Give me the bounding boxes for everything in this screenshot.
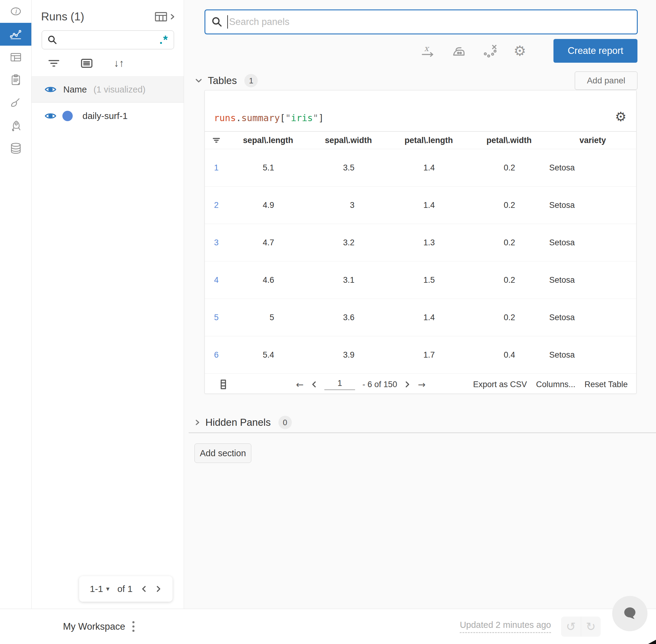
hidden-panels-title[interactable]: Hidden Panels [205, 417, 271, 428]
row-filter-button[interactable] [205, 137, 228, 144]
workspace-main: Search panels x ⚙ Create repor [184, 0, 656, 609]
rail-item-workspace[interactable] [0, 23, 31, 46]
gear-icon: ⚙ [615, 109, 627, 124]
runs-table-icon[interactable] [155, 10, 168, 23]
row-index-link[interactable]: 6 [205, 350, 228, 360]
runs-sidebar: Runs (1) .* [32, 0, 184, 609]
column-header[interactable]: sepal\.length [228, 136, 308, 145]
undo-redo-group: ↺ ↻ [561, 617, 601, 637]
table-footer: ← 1 - 6 of 150 → Export as CSV Columns..… [205, 374, 636, 395]
column-header[interactable]: petal\.length [389, 136, 469, 145]
rail-item-overview[interactable]: i [0, 0, 31, 23]
add-panel-button[interactable]: Add panel [575, 71, 637, 90]
tables-section-title[interactable]: Tables [208, 75, 237, 87]
rail-item-sweeps[interactable] [0, 91, 31, 114]
help-chat-button[interactable] [612, 596, 648, 631]
dropdown-caret-icon[interactable]: ▾ [106, 585, 110, 593]
create-report-button[interactable]: Create report [554, 39, 637, 63]
undo-button[interactable]: ↺ [561, 617, 581, 637]
cell: Setosa [549, 201, 636, 210]
page-number-input[interactable]: 1 [324, 378, 355, 390]
cell: 0.2 [469, 163, 549, 172]
database-icon [9, 141, 23, 156]
run-list-item[interactable]: daily-surf-1 [32, 102, 184, 129]
chevron-down-icon[interactable] [194, 77, 203, 84]
next-page-icon[interactable] [155, 585, 162, 593]
chevron-right-icon[interactable] [194, 418, 201, 427]
sort-runs-button[interactable]: ↓↑ [114, 57, 124, 69]
cell: 5.1 [228, 163, 308, 172]
x-axis-settings-button[interactable]: x [421, 44, 435, 58]
smoothing-button[interactable] [451, 44, 466, 58]
regex-toggle-icon[interactable]: .* [160, 35, 168, 44]
table-row: 1 5.1 3.5 1.4 0.2 Setosa [205, 149, 636, 187]
cell: 1.5 [389, 275, 469, 285]
cell: 3.5 [308, 163, 389, 172]
prev-page-icon[interactable] [141, 585, 147, 593]
cell: 0.4 [469, 350, 549, 360]
columns-button[interactable]: Columns... [536, 380, 576, 389]
row-index-link[interactable]: 1 [205, 163, 228, 172]
column-header[interactable]: sepal\.width [308, 136, 389, 145]
reset-table-button[interactable]: Reset Table [585, 380, 628, 389]
gear-icon: ⚙ [514, 44, 526, 58]
columns-settings-button[interactable] [81, 59, 93, 68]
updated-timestamp[interactable]: Updated 2 minutes ago [460, 620, 551, 633]
eye-visibility-icon[interactable] [44, 112, 56, 120]
scatter-outlier-icon [483, 44, 497, 58]
redo-button[interactable]: ↻ [581, 617, 601, 637]
eye-visibility-icon[interactable] [44, 85, 56, 94]
name-column-label[interactable]: Name [63, 85, 87, 95]
cell: 4.6 [228, 275, 308, 285]
filter-runs-button[interactable] [48, 59, 60, 68]
table-row: 4 4.6 3.1 1.5 0.2 Setosa [205, 261, 636, 299]
runs-search-input[interactable] [62, 35, 160, 45]
rail-item-launch[interactable] [0, 114, 31, 137]
filter-icon [48, 59, 60, 68]
rail-item-logs[interactable] [0, 68, 31, 91]
prev-page-icon[interactable] [311, 381, 317, 388]
workspace-name[interactable]: My Workspace [63, 621, 125, 632]
row-index-link[interactable]: 4 [205, 275, 228, 285]
svg-text:x: x [424, 44, 430, 53]
export-csv-button[interactable]: Export as CSV [473, 380, 527, 389]
column-header[interactable]: petal\.width [469, 136, 549, 145]
runs-toolbar: ↓↑ [32, 49, 184, 76]
workspace-settings-button[interactable]: ⚙ [514, 44, 526, 58]
panel-title-code: runs.summary["iris"] [214, 113, 324, 123]
outliers-button[interactable] [483, 44, 497, 58]
row-index-link[interactable]: 5 [205, 313, 228, 322]
search-panels-box[interactable]: Search panels [205, 9, 638, 34]
row-height-icon[interactable] [220, 380, 226, 389]
run-name[interactable]: daily-surf-1 [83, 111, 127, 121]
cell: 5 [228, 313, 308, 322]
row-index-link[interactable]: 2 [205, 201, 228, 210]
page-range-dropdown[interactable]: 1-1 [90, 584, 103, 594]
run-color-dot [62, 111, 73, 121]
workspace-menu-button[interactable] [132, 621, 135, 632]
undo-icon: ↺ [566, 620, 576, 634]
table-row: 3 4.7 3.2 1.3 0.2 Setosa [205, 224, 636, 261]
runs-search-box[interactable]: .* [42, 30, 174, 49]
tables-count-badge: 1 [244, 74, 258, 87]
line-chart-icon [9, 27, 23, 41]
cell: Setosa [549, 163, 636, 172]
rail-item-panels[interactable] [0, 46, 31, 68]
column-header[interactable]: variety [549, 136, 636, 145]
cell: 1.7 [389, 350, 469, 360]
cell: 3 [308, 201, 389, 210]
expand-runs-chevron-icon[interactable] [169, 12, 176, 21]
left-rail: i [0, 0, 32, 609]
first-page-button[interactable]: ← [296, 379, 304, 390]
add-section-button[interactable]: Add section [194, 443, 251, 463]
broom-icon [9, 96, 23, 110]
panel-settings-button[interactable]: ⚙ [615, 111, 627, 123]
text-cursor [227, 15, 228, 29]
row-index-link[interactable]: 3 [205, 238, 228, 248]
table-panel-header: runs.summary["iris"] ⚙ [205, 90, 636, 131]
cell: 3.9 [308, 350, 389, 360]
bottom-bar: My Workspace Updated 2 minutes ago ↺ ↻ [0, 609, 656, 644]
last-page-button[interactable]: → [418, 379, 425, 390]
rail-item-artifacts[interactable] [0, 137, 31, 160]
next-page-icon[interactable] [404, 381, 411, 388]
